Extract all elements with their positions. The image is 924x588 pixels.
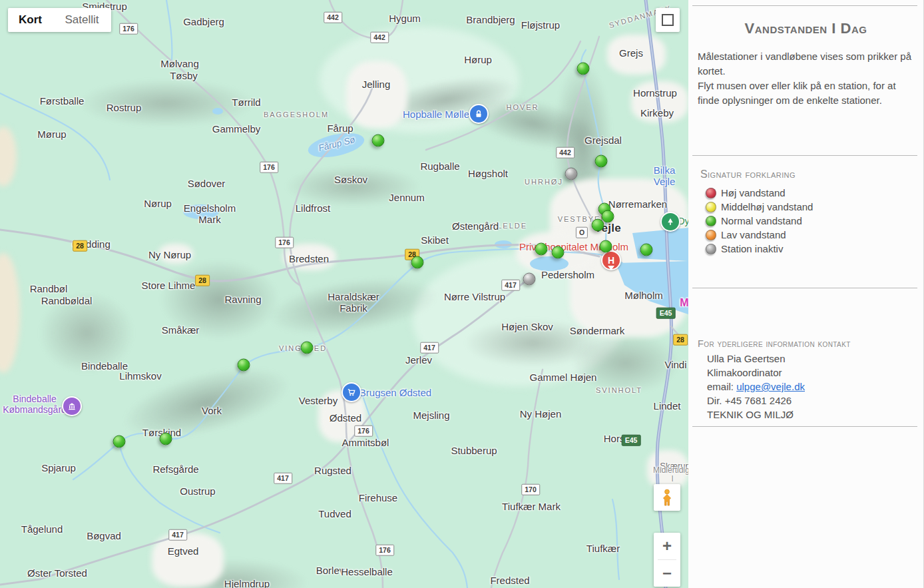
contact-name: Ulla Pia Geertsen <box>707 352 805 366</box>
legend-dot-gray-icon <box>706 244 716 254</box>
station-dot-green[interactable] <box>600 240 612 253</box>
road-shield: 28 <box>673 334 688 346</box>
legend-label: Middelhøj vandstand <box>721 201 813 212</box>
legend-label: Høj vandstand <box>721 187 786 198</box>
zoom-control: + − <box>654 533 680 587</box>
road-shield: 417 <box>274 473 292 484</box>
station-dot-green[interactable] <box>577 63 590 75</box>
contact-heading: For yderligere information kontakt <box>698 338 851 349</box>
vandstanden-app: SmidstrupGadbjergHygumBrandbjergFløjstru… <box>0 0 924 588</box>
legend-dot-orange-icon <box>706 230 716 240</box>
contact-info: Ulla Pia Geertsen Klimakoordinator email… <box>707 352 805 422</box>
road-shield: 417 <box>420 342 439 354</box>
road-shield: 176 <box>275 237 294 248</box>
road-shield: 176 <box>375 545 394 556</box>
map-type-control: Kort Satellit <box>8 8 111 32</box>
legend-dot-yellow-icon <box>706 202 716 212</box>
contact-email-line: email: ulpge@vejle.dk <box>707 380 805 394</box>
hopballe-molle-poi[interactable] <box>469 104 489 124</box>
legend-dot-green-icon <box>706 216 716 226</box>
legend-item: Station inaktiv <box>706 242 813 256</box>
road-shield: E45 <box>622 435 641 446</box>
road-shield: 442 <box>556 147 575 158</box>
map[interactable]: SmidstrupGadbjergHygumBrandbjergFløjstru… <box>0 0 688 588</box>
fullscreen-button[interactable] <box>656 8 680 32</box>
station-dot-green[interactable] <box>535 243 548 256</box>
road-shield: 417 <box>501 280 520 291</box>
zoom-in-button[interactable]: + <box>654 533 680 559</box>
divider <box>692 426 917 427</box>
roads <box>0 0 688 588</box>
divider <box>692 288 917 288</box>
station-dot-green[interactable] <box>160 433 172 445</box>
museum-icon <box>67 402 77 411</box>
legend-item: Middelhøj vandstand <box>706 200 813 214</box>
road-shield: 176 <box>260 162 278 173</box>
intro-line-1: Målestationer i vandløbene vises som pri… <box>698 49 914 79</box>
email-label: email: <box>707 381 736 392</box>
legend-list: Høj vandstandMiddelhøj vandstandNormal v… <box>706 186 813 256</box>
road-shield: O <box>576 227 588 238</box>
intro-line-2: Flyt musen over eller klik på en station… <box>698 79 914 108</box>
sidebar: Vandstanden I Dag Målestationer i vandlø… <box>688 0 924 588</box>
station-dot-green[interactable] <box>595 155 608 168</box>
legend-item: Høj vandstand <box>706 186 813 200</box>
contact-role: Klimakoordinator <box>707 366 805 380</box>
pegman-icon <box>659 489 675 506</box>
tree-icon <box>666 217 675 226</box>
hospital-icon: H <box>608 255 614 266</box>
brugsen-odsted-poi[interactable] <box>342 382 361 402</box>
water-bodies <box>183 108 688 314</box>
road-shield: 28 <box>73 240 87 252</box>
legend-heading: Signatur forklaring <box>700 168 796 180</box>
legend-label: Lav vandstand <box>721 229 786 240</box>
station-dot-gray[interactable] <box>523 273 536 286</box>
road-shield: 417 <box>168 529 187 541</box>
intro-text: Målestationer i vandløbene vises som pri… <box>698 49 914 108</box>
divider <box>692 5 917 6</box>
station-dot-green[interactable] <box>552 246 565 259</box>
road-shield: 28 <box>195 275 210 286</box>
contact-phone: Dir. +45 7681 2426 <box>707 394 805 408</box>
station-dot-gray[interactable] <box>565 168 578 180</box>
road-shield: 170 <box>521 484 540 495</box>
station-dot-green[interactable] <box>301 342 314 354</box>
page-title: Vandstanden I Dag <box>688 20 923 37</box>
hospital-poi[interactable]: H <box>601 250 621 270</box>
station-dot-green[interactable] <box>372 135 385 147</box>
station-dot-green[interactable] <box>238 359 250 372</box>
pegman-button[interactable] <box>654 484 680 511</box>
road-shield: E45 <box>656 308 676 319</box>
bindeballe-kobmandsgard-poi[interactable] <box>62 396 82 416</box>
legend-item: Normal vandstand <box>706 214 813 228</box>
road-shield: 176 <box>354 426 373 437</box>
legend-dot-red-icon <box>706 188 716 198</box>
zoom-out-button[interactable]: − <box>654 560 680 587</box>
road-shield: 176 <box>119 23 138 35</box>
map-type-kort-button[interactable]: Kort <box>8 8 53 32</box>
map-vector-layer <box>0 0 688 588</box>
email-link[interactable]: ulpge@vejle.dk <box>736 381 805 392</box>
lock-icon <box>474 109 483 119</box>
contact-department: TEKNIK OG MILJØ <box>707 408 805 422</box>
station-dot-green[interactable] <box>113 436 126 448</box>
legend-label: Station inaktiv <box>721 243 783 254</box>
road-shield: 442 <box>370 32 389 43</box>
legend-item: Lav vandstand <box>706 228 813 242</box>
legend-label: Normal vandstand <box>721 215 802 226</box>
rivers <box>0 0 622 588</box>
station-dot-green[interactable] <box>411 256 424 269</box>
station-dot-green[interactable] <box>640 244 653 256</box>
station-dot-green[interactable] <box>592 219 604 232</box>
station-dot-green[interactable] <box>602 210 614 223</box>
dyrehave-park-poi[interactable] <box>660 212 680 232</box>
map-type-satellit-button[interactable]: Satellit <box>53 8 111 32</box>
cart-icon <box>347 388 356 397</box>
road-shield: 442 <box>324 12 342 23</box>
divider <box>692 155 917 156</box>
